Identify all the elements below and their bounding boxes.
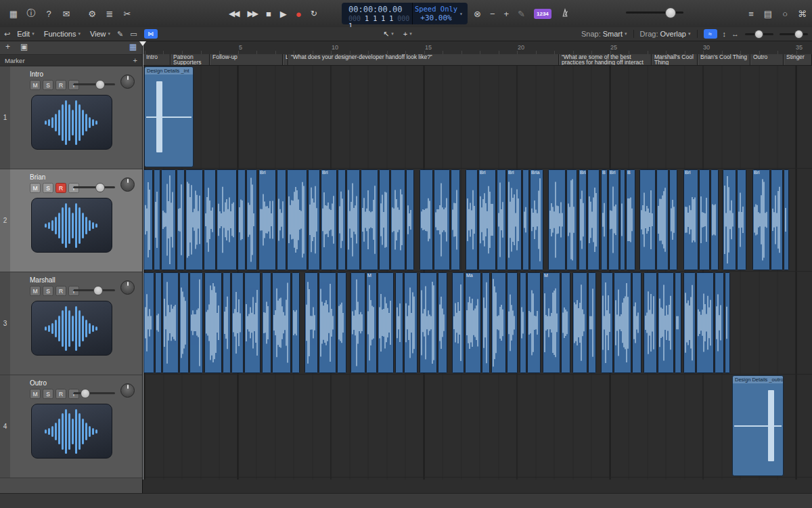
audio-region[interactable]: Bria bbox=[530, 169, 543, 270]
audio-region[interactable] bbox=[548, 169, 566, 270]
audio-region[interactable]: Bri bbox=[258, 169, 276, 270]
loop-browser-icon[interactable]: ○ bbox=[782, 9, 788, 19]
marker-segment[interactable]: Intro bbox=[143, 54, 171, 66]
audio-region[interactable] bbox=[155, 272, 162, 373]
track-header-brian[interactable]: 2BrianMSRI bbox=[0, 169, 142, 272]
vertical-zoom-icon[interactable]: ↕ bbox=[723, 30, 727, 38]
solo-button[interactable]: S bbox=[43, 183, 53, 193]
audio-region[interactable] bbox=[601, 272, 613, 373]
automation-icon[interactable]: ✎ bbox=[117, 30, 123, 39]
audio-region[interactable] bbox=[699, 169, 710, 270]
audio-region[interactable] bbox=[683, 272, 696, 373]
audio-region[interactable] bbox=[351, 272, 365, 373]
track-lane-outro[interactable]: Design Details _outro bbox=[142, 375, 812, 478]
rewind-button[interactable]: ◀◀ bbox=[229, 9, 238, 18]
bar-ruler[interactable]: 5101520253035 bbox=[142, 41, 812, 55]
audio-region[interactable] bbox=[337, 272, 346, 373]
audio-region[interactable] bbox=[639, 169, 656, 270]
no-overlap-icon[interactable]: ⊗ bbox=[474, 9, 481, 19]
audio-region[interactable] bbox=[725, 272, 730, 373]
plus-icon[interactable]: + bbox=[504, 9, 510, 19]
audio-region[interactable] bbox=[361, 169, 378, 270]
audio-region-outro[interactable]: Design Details _outro bbox=[732, 375, 784, 476]
audio-region[interactable] bbox=[675, 272, 681, 373]
new-window-icon[interactable]: ▦ bbox=[5, 5, 22, 22]
pointer-tool-selector[interactable]: ↖▾ bbox=[383, 30, 394, 39]
audio-region[interactable]: Bri bbox=[752, 169, 770, 270]
track-header-intro[interactable]: 1IntroMSRI bbox=[0, 66, 142, 169]
audio-region[interactable] bbox=[451, 169, 460, 270]
play-button[interactable]: ▶ bbox=[280, 9, 287, 19]
audio-region[interactable] bbox=[620, 169, 625, 270]
marker-segment[interactable]: Follow-up bbox=[210, 54, 283, 66]
count-in-button[interactable]: 1234 bbox=[534, 9, 551, 19]
audio-region[interactable] bbox=[189, 272, 203, 373]
add-marker-button[interactable]: + bbox=[133, 56, 137, 64]
solo-button[interactable]: S bbox=[43, 389, 53, 399]
audio-region[interactable] bbox=[434, 169, 450, 270]
audio-region[interactable] bbox=[244, 272, 261, 373]
mute-button[interactable]: M bbox=[30, 183, 41, 193]
audio-region[interactable] bbox=[308, 169, 320, 270]
mute-button[interactable]: M bbox=[30, 389, 41, 399]
audio-region[interactable] bbox=[246, 169, 257, 270]
audio-region[interactable]: Bria bbox=[579, 169, 587, 270]
audio-region[interactable] bbox=[438, 272, 447, 373]
audio-region[interactable] bbox=[154, 169, 160, 270]
track-volume-knob[interactable] bbox=[95, 183, 105, 192]
media-browser-icon[interactable]: ✉ bbox=[58, 5, 74, 22]
lcd-display[interactable]: 00:00:00.00 000 1 1 1 1 000 1 Speed Only… bbox=[342, 3, 468, 24]
audio-region[interactable] bbox=[497, 169, 506, 270]
audio-region[interactable] bbox=[204, 169, 216, 270]
audio-region[interactable]: M bbox=[366, 272, 377, 373]
playhead-marker[interactable] bbox=[139, 41, 146, 46]
audio-region[interactable] bbox=[406, 169, 414, 270]
autocrossfade-button[interactable]: ⋈ bbox=[144, 29, 158, 39]
marker-segment[interactable]: Patreon Supporters bbox=[171, 54, 210, 66]
audio-region[interactable] bbox=[262, 272, 271, 373]
audio-region[interactable]: Bri bbox=[608, 169, 619, 270]
audio-region[interactable] bbox=[466, 169, 478, 270]
audio-region[interactable] bbox=[162, 272, 179, 373]
duplicate-track-button[interactable]: ▣ bbox=[20, 42, 28, 51]
track-lane-intro[interactable]: Design Details _int bbox=[142, 66, 812, 169]
track-header-outro[interactable]: 4OutroMSRI bbox=[0, 375, 142, 478]
track-volume-slider[interactable] bbox=[73, 289, 115, 291]
solo-button[interactable]: S bbox=[43, 286, 53, 296]
marker-track-header[interactable]: Marker + bbox=[0, 55, 142, 66]
marker-segment[interactable]: “What are some of the best practices for… bbox=[559, 54, 652, 66]
audio-region[interactable] bbox=[520, 272, 526, 373]
track-volume-knob[interactable] bbox=[95, 80, 105, 89]
audio-region[interactable] bbox=[143, 272, 154, 373]
marker-segment[interactable]: Stinger bbox=[784, 54, 812, 66]
audio-region[interactable] bbox=[231, 272, 244, 373]
audio-region[interactable] bbox=[771, 169, 783, 270]
audio-region[interactable] bbox=[588, 272, 596, 373]
track-volume-slider[interactable] bbox=[73, 392, 115, 394]
audio-region[interactable] bbox=[452, 272, 464, 373]
audio-region[interactable] bbox=[723, 169, 736, 270]
pan-knob[interactable] bbox=[120, 177, 135, 192]
solo-button[interactable]: S bbox=[43, 80, 53, 90]
audio-region[interactable] bbox=[319, 272, 336, 373]
menu-functions[interactable]: Functions▾ bbox=[44, 30, 81, 38]
track-volume-slider[interactable] bbox=[73, 83, 115, 85]
audio-region[interactable] bbox=[185, 169, 203, 270]
master-volume-knob[interactable] bbox=[665, 7, 676, 18]
horizontal-zoom-slider[interactable] bbox=[780, 33, 808, 35]
audio-region[interactable] bbox=[338, 169, 346, 270]
audio-region[interactable] bbox=[238, 169, 246, 270]
audio-region[interactable] bbox=[179, 272, 189, 373]
audio-region[interactable] bbox=[346, 169, 360, 270]
audio-region[interactable] bbox=[669, 169, 677, 270]
track-lane-marshall[interactable]: MMaM bbox=[142, 272, 812, 375]
audio-region[interactable] bbox=[420, 272, 437, 373]
marker-segment[interactable]: Outro bbox=[750, 54, 784, 66]
audio-region[interactable] bbox=[527, 272, 541, 373]
pan-knob[interactable] bbox=[120, 75, 135, 89]
audio-region[interactable] bbox=[561, 272, 570, 373]
back-icon[interactable]: ↩ bbox=[4, 30, 10, 39]
audio-region[interactable]: Bri bbox=[478, 169, 496, 270]
record-enable-button[interactable]: R bbox=[55, 80, 66, 90]
audio-region[interactable] bbox=[715, 272, 724, 373]
